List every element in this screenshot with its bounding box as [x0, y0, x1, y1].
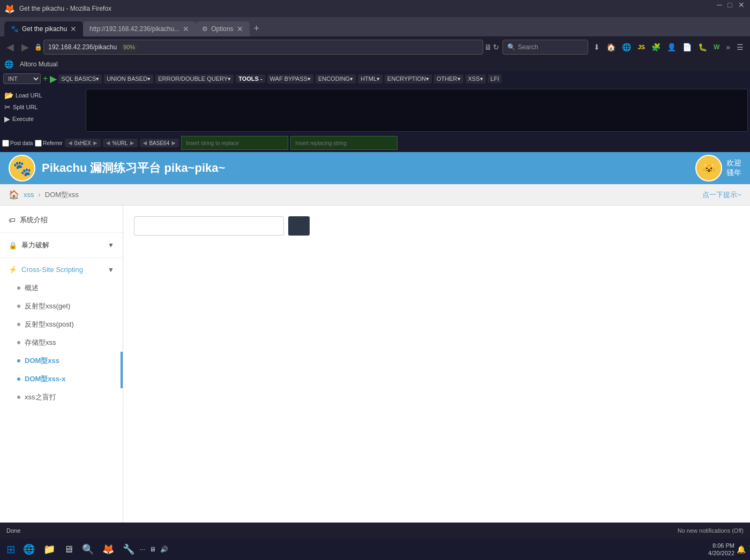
referrer-checkbox[interactable]	[35, 140, 42, 147]
close-icon[interactable]: ✕	[738, 5, 746, 12]
search-taskbar-icon[interactable]: 🔍	[79, 541, 97, 557]
sidebar-brute[interactable]: 🔒 暴力破解 ▼	[0, 235, 123, 255]
volume-icon[interactable]: 🔊	[160, 546, 168, 553]
dot-icon-5	[17, 377, 20, 381]
post-data-check[interactable]: Post data	[2, 140, 33, 147]
profile-icon[interactable]: 👤	[665, 42, 678, 52]
more-icon[interactable]: »	[724, 42, 732, 52]
sql-basics-menu[interactable]: SQL BASICS▾	[58, 74, 102, 84]
dom-xss-input[interactable]	[134, 216, 284, 236]
sidebar-item-gaishu[interactable]: 概述	[0, 279, 123, 297]
dom-xss-submit-button[interactable]	[288, 216, 310, 236]
0xhex-encode[interactable]: ◄ 0xHEX ►	[65, 139, 101, 147]
html-menu[interactable]: HTML▾	[358, 74, 382, 84]
other-menu[interactable]: OTHER▾	[434, 74, 463, 84]
js-icon[interactable]: JS	[635, 43, 647, 51]
int-select[interactable]: INT	[3, 73, 41, 84]
maximize-icon[interactable]: □	[728, 5, 735, 12]
bookmark-icon[interactable]: 📄	[680, 42, 694, 52]
firefox-icon: 🦊	[4, 4, 15, 14]
tab-url[interactable]: http://192.168.42.236/pikachu... ✕	[83, 21, 196, 36]
addon-icon[interactable]: 🧩	[649, 42, 663, 52]
load-url-icon: 📂	[4, 91, 13, 100]
taskbar-sys-icons: ··· 🖥 🔊	[140, 546, 168, 553]
burp-icon[interactable]: 🔧	[119, 541, 138, 557]
active-indicator-5	[121, 370, 123, 388]
page-input-area	[134, 216, 739, 236]
encryption-menu[interactable]: ENCRYPTION▾	[385, 74, 432, 84]
forward-button[interactable]: ▶	[19, 39, 31, 55]
edge-icon[interactable]: 🌐	[20, 541, 38, 557]
sidebar-xss-label: Cross-Site Scripting	[21, 266, 83, 274]
tab-close-2[interactable]: ✕	[237, 25, 243, 33]
tab-add-button[interactable]: +	[250, 21, 264, 36]
taskbar-clock: 8:06 PM 4/20/2022	[708, 542, 734, 557]
referrer-check[interactable]: Referrer	[35, 140, 63, 147]
sidebar-item-dom-xss[interactable]: DOM型xss	[0, 352, 123, 370]
sidebar-brute-label: 暴力破解	[21, 240, 49, 250]
sidebar-sub-label-0: 概述	[25, 283, 39, 293]
sidebar-intro[interactable]: 🏷 系统介绍	[0, 210, 123, 230]
execute-button[interactable]: ▶ Execute	[2, 113, 84, 124]
home-icon[interactable]: 🏠	[604, 42, 618, 52]
tab-close-0[interactable]: ✕	[70, 25, 77, 33]
sidebar-item-dom-xss-x[interactable]: DOM型xss-x	[0, 370, 123, 388]
sidebar-item-reflect-get[interactable]: 反射型xss(get)	[0, 297, 123, 315]
notification-bell-icon[interactable]: 🔔	[737, 545, 746, 554]
tools-menu[interactable]: TOOLS -	[236, 74, 265, 83]
lfi-menu[interactable]: LFI	[488, 74, 502, 83]
load-url-button[interactable]: 📂 Load URL	[2, 90, 84, 101]
tab-pikachu[interactable]: 🐾 Get the pikachu ✕	[4, 21, 83, 36]
back-button[interactable]: ◀	[4, 39, 16, 55]
search-bar[interactable]: 🔍 Search	[502, 40, 588, 55]
menu-icon[interactable]: ☰	[734, 42, 746, 52]
insert-replace-input[interactable]	[181, 136, 288, 150]
union-based-menu[interactable]: UNION BASED▾	[104, 74, 153, 84]
waf-bypass-menu[interactable]: WAF BYPASS▾	[267, 74, 313, 84]
base64-encode[interactable]: ◄ BASE64 ►	[140, 139, 179, 147]
sidebar-item-stored[interactable]: 存储型xss	[0, 334, 123, 352]
globe-icon[interactable]: 🌐	[620, 42, 633, 52]
tab-options[interactable]: ⚙ Options ✕	[196, 21, 249, 36]
encoding-menu[interactable]: ENCODING▾	[316, 74, 356, 84]
sidebar-item-reflect-post[interactable]: 反射型xss(post)	[0, 315, 123, 334]
walletw-icon[interactable]: W	[711, 42, 722, 52]
post-data-checkbox[interactable]	[2, 140, 9, 147]
firefox-taskbar-icon[interactable]: 🦊	[99, 541, 117, 557]
breadcrumb-separator: ›	[39, 191, 41, 199]
url-label: %URL	[112, 140, 128, 146]
browser-title: Get the pikachu - Mozilla Firefox	[19, 5, 712, 12]
insert-replacing-input[interactable]	[290, 136, 398, 150]
terminal-icon[interactable]: 🖥	[61, 542, 77, 557]
monitor-icon[interactable]: 🖥	[149, 546, 156, 553]
hackbar-url-area[interactable]	[86, 89, 748, 132]
xss-menu[interactable]: XSS▾	[466, 74, 486, 84]
folder-icon[interactable]: 📁	[40, 541, 58, 557]
more-taskbar-icon[interactable]: ···	[140, 546, 145, 553]
tab-close-1[interactable]: ✕	[183, 25, 189, 33]
reload-button[interactable]: ↻	[493, 43, 499, 51]
start-icon[interactable]: ⊞	[4, 541, 18, 558]
minimize-icon[interactable]: ─	[717, 5, 724, 12]
page-actions-button[interactable]: 🖥	[484, 43, 492, 51]
firebug-icon[interactable]: 🐛	[696, 42, 709, 52]
pikachu-header: 🐾 Pikachu 漏洞练习平台 pika~pika~ 😺 欢迎 骚年	[0, 152, 750, 184]
xss-breadcrumb[interactable]: xss	[24, 191, 34, 199]
url-encode[interactable]: ◄ %URL ►	[103, 139, 138, 147]
taskbar: ⊞ 🌐 📁 🖥 🔍 🦊 🔧 ··· 🖥 🔊 8:06 PM 4/20/2022 …	[0, 539, 750, 560]
download-icon[interactable]: ⬇	[591, 42, 602, 52]
sidebar-sub-label-3: 存储型xss	[25, 338, 56, 347]
error-query-menu[interactable]: ERROR/DOUBLE QUERY▾	[155, 74, 234, 84]
main-layout: 🏷 系统介绍 🔒 暴力破解 ▼ ⚡ Cross-Site Scripting ▼…	[0, 206, 750, 560]
sidebar-item-blind[interactable]: xss之盲打	[0, 388, 123, 406]
address-bar[interactable]: 192.168.42.236/pikachu 90%	[43, 40, 483, 55]
sidebar-xss-section[interactable]: ⚡ Cross-Site Scripting ▼	[0, 260, 123, 279]
tab-label-1: http://192.168.42.236/pikachu...	[89, 25, 179, 33]
menu-bar: 🌐 Altoro Mutual	[0, 58, 750, 71]
home-breadcrumb-icon[interactable]: 🏠	[9, 190, 19, 200]
window-controls: ─ □ ✕	[717, 5, 746, 12]
split-url-button[interactable]: ✂ Split URL	[2, 102, 84, 112]
hint-button[interactable]: 点一下提示~	[702, 190, 741, 200]
referrer-label: Referrer	[43, 140, 63, 146]
taskbar-date-text: 4/20/2022	[708, 549, 734, 557]
